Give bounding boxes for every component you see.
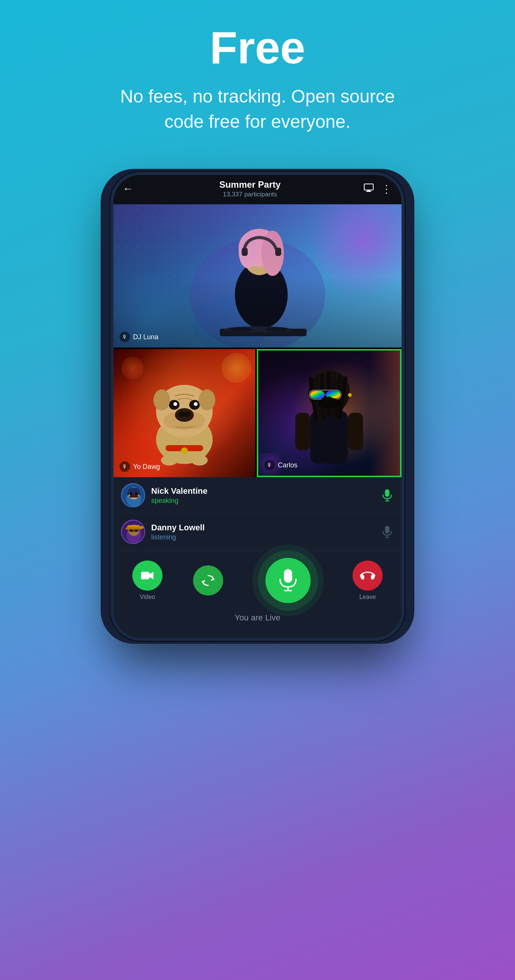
yo-dawg-label: 🎙 Yo Dawg (120, 461, 160, 472)
svg-point-51 (348, 393, 352, 397)
svg-point-29 (153, 389, 170, 410)
nick-info: Nick Valentine speaking (151, 486, 375, 505)
svg-point-14 (229, 327, 252, 332)
svg-point-61 (130, 492, 133, 495)
screen-share-icon[interactable] (364, 184, 374, 194)
video-grid: 🎙 DJ Luna (113, 204, 402, 477)
channel-participants: 13,337 participants (140, 191, 359, 198)
participant-danny-lowell[interactable]: Danny Lowell listening (113, 514, 402, 550)
svg-rect-46 (310, 391, 325, 398)
svg-rect-59 (139, 492, 140, 495)
channel-name: Summer Party (140, 180, 359, 190)
svg-point-33 (161, 455, 178, 466)
svg-rect-74 (140, 526, 144, 528)
nick-status: speaking (151, 497, 375, 505)
video-cell-yo-dawg[interactable]: 🎙 Yo Dawg (113, 349, 255, 477)
danny-mic[interactable] (380, 525, 394, 539)
svg-point-24 (183, 412, 190, 417)
video-main-dj-luna[interactable]: 🎙 DJ Luna (113, 204, 402, 347)
svg-rect-2 (366, 191, 372, 192)
leave-button[interactable] (352, 560, 383, 591)
flip-button[interactable] (193, 565, 223, 595)
svg-rect-17 (275, 248, 281, 256)
leave-button-container: Leave (352, 560, 383, 600)
svg-point-50 (318, 398, 340, 409)
carlos-mic-icon: 🎙 (264, 460, 275, 470)
back-button[interactable]: ← (123, 183, 136, 195)
nick-name: Nick Valentine (151, 486, 375, 496)
svg-rect-78 (141, 572, 149, 579)
svg-point-32 (181, 447, 188, 454)
controls-row: Video (125, 558, 390, 603)
carlos-name: Carlos (278, 461, 297, 469)
video-row: 🎙 Yo Dawg (113, 349, 402, 477)
svg-rect-0 (364, 184, 373, 190)
yo-dawg-mic-icon: 🎙 (120, 461, 130, 472)
phone-container: ← Summer Party 13,337 participants ⋮ (110, 172, 405, 641)
svg-point-27 (174, 402, 177, 406)
avatar-danny (121, 520, 145, 544)
svg-point-83 (370, 573, 376, 580)
participant-nick-valentine[interactable]: Nick Valentine speaking (113, 477, 402, 514)
video-cell-carlos[interactable]: 🎙 Carlos (257, 349, 402, 477)
svg-rect-75 (385, 526, 389, 533)
avatar-nick (121, 483, 145, 508)
svg-point-82 (360, 573, 365, 580)
dj-luna-mic-icon: 🎙 (120, 332, 130, 342)
danny-status: listening (151, 533, 375, 541)
participant-list: Nick Valentine speaking (113, 477, 402, 550)
svg-point-28 (194, 402, 198, 406)
video-button[interactable] (132, 560, 163, 591)
hero-title: Free (210, 22, 305, 72)
svg-rect-53 (348, 413, 363, 450)
video-label: Video (140, 593, 155, 600)
dj-luna-label: 🎙 DJ Luna (120, 332, 158, 342)
live-label: You are Live (234, 613, 281, 623)
hero-subtitle: No fees, no tracking. Open source code f… (107, 84, 408, 134)
svg-rect-63 (385, 489, 389, 497)
nick-mic[interactable] (380, 488, 394, 502)
main-mic-button[interactable] (265, 558, 311, 603)
yo-dawg-name: Yo Dawg (133, 463, 160, 471)
svg-rect-73 (126, 527, 142, 530)
svg-rect-16 (242, 248, 248, 256)
hero-section: Free No fees, no tracking. Open source c… (0, 0, 515, 164)
svg-point-34 (191, 455, 208, 466)
svg-point-62 (135, 492, 138, 495)
phone-screen: ← Summer Party 13,337 participants ⋮ (113, 175, 402, 638)
top-bar-icons: ⋮ (364, 183, 392, 195)
carlos-label: 🎙 Carlos (264, 460, 297, 470)
flip-button-container (193, 565, 223, 595)
svg-point-30 (199, 389, 215, 410)
dj-luna-name: DJ Luna (133, 333, 158, 341)
svg-rect-57 (128, 488, 140, 495)
phone-frame: ← Summer Party 13,337 participants ⋮ (110, 172, 405, 641)
leave-label: Leave (359, 593, 376, 600)
more-options-icon[interactable]: ⋮ (381, 183, 392, 195)
svg-rect-60 (129, 495, 139, 498)
danny-info: Danny Lowell listening (151, 523, 375, 541)
svg-rect-79 (284, 569, 292, 583)
svg-rect-58 (127, 492, 129, 495)
channel-info: Summer Party 13,337 participants (140, 180, 359, 198)
top-bar: ← Summer Party 13,337 participants ⋮ (113, 175, 402, 204)
video-button-container: Video (132, 560, 163, 600)
svg-rect-1 (367, 190, 370, 191)
danny-name: Danny Lowell (151, 523, 375, 533)
svg-point-15 (265, 327, 288, 332)
controls-section: Video (113, 550, 402, 638)
svg-rect-52 (295, 413, 310, 450)
